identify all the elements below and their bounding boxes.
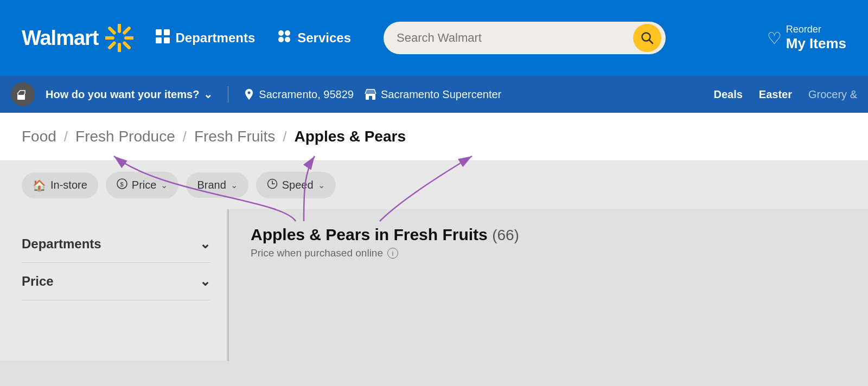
svg-line-17 <box>649 40 653 44</box>
svg-rect-8 <box>156 29 162 35</box>
departments-label: Departments <box>176 30 256 46</box>
search-icon <box>640 31 654 45</box>
svg-line-4 <box>110 28 114 33</box>
svg-text:$: $ <box>120 181 123 188</box>
breadcrumb-sep-3: / <box>283 128 286 145</box>
deals-link[interactable]: Deals <box>713 88 742 101</box>
services-icon <box>277 29 292 47</box>
speed-label: Speed <box>282 179 314 191</box>
main-area: Departments ⌄ Price ⌄ Apples & Pears in … <box>0 209 868 361</box>
svg-point-13 <box>285 30 290 36</box>
departments-sidebar-label: Departments <box>22 236 101 252</box>
filter-row: 🏠 In-store $ Price ⌄ Brand ⌄ Speed ⌄ <box>0 161 868 209</box>
store-icon <box>365 88 376 100</box>
price-sidebar-label: Price <box>22 274 54 289</box>
search-button[interactable] <box>633 24 661 52</box>
price-sidebar-section: Price ⌄ <box>22 263 210 300</box>
breadcrumb-bar: Food / Fresh Produce / Fresh Fruits / Ap… <box>0 113 868 161</box>
instore-icon: 🏠 <box>33 179 46 192</box>
svg-point-14 <box>278 37 284 42</box>
product-count: (66) <box>492 227 519 243</box>
product-heading: Apples & Pears in Fresh Fruits (66) <box>251 226 519 243</box>
search-bar <box>384 22 666 54</box>
delivery-chevron: ⌄ <box>203 88 213 101</box>
delivery-selector[interactable]: How do you want your items? ⌄ <box>46 88 213 101</box>
delivery-icon <box>11 82 35 106</box>
breadcrumb-current: Apples & Pears <box>295 128 406 145</box>
breadcrumb-sep-1: / <box>64 128 68 145</box>
price-icon: $ <box>117 178 127 192</box>
svg-point-15 <box>285 37 290 42</box>
location-text: Sacramento, 95829 <box>259 88 354 101</box>
svg-rect-22 <box>369 96 372 100</box>
departments-icon <box>155 29 170 47</box>
services-nav[interactable]: Services <box>277 29 351 47</box>
svg-line-5 <box>124 43 129 47</box>
brand-chevron-icon: ⌄ <box>231 180 238 190</box>
price-chevron-icon: ⌄ <box>161 180 168 190</box>
sub-nav-links: Deals Easter Grocery & <box>713 88 857 101</box>
price-filter[interactable]: $ Price ⌄ <box>106 172 179 198</box>
nav-divider <box>228 86 228 102</box>
breadcrumb-fresh-fruits[interactable]: Fresh Fruits <box>194 128 275 145</box>
brand-label: Brand <box>197 179 226 191</box>
product-heading-text: Apples & Pears in Fresh Fruits <box>251 226 488 243</box>
svg-point-20 <box>248 92 251 94</box>
breadcrumb: Food / Fresh Produce / Fresh Fruits / Ap… <box>22 128 846 145</box>
speed-chevron-icon: ⌄ <box>318 180 325 190</box>
departments-sidebar-section: Departments ⌄ <box>22 226 210 263</box>
walmart-logo[interactable]: Walmart <box>22 24 133 52</box>
breadcrumb-section: Food / Fresh Produce / Fresh Fruits / Ap… <box>0 113 868 161</box>
top-navigation: Walmart Departments Services <box>0 0 868 76</box>
svg-rect-9 <box>164 29 170 35</box>
breadcrumb-fresh-produce[interactable]: Fresh Produce <box>75 128 175 145</box>
price-sidebar-toggle[interactable]: Price ⌄ <box>22 274 210 289</box>
svg-point-12 <box>278 30 284 36</box>
grocery-link[interactable]: Grocery & <box>808 88 857 101</box>
product-heading-row: Apples & Pears in Fresh Fruits (66) <box>251 226 846 244</box>
price-note: Price when purchased online i <box>251 247 846 259</box>
store-display[interactable]: Sacramento Supercenter <box>365 88 501 101</box>
product-area: Apples & Pears in Fresh Fruits (66) Pric… <box>229 209 868 361</box>
location-display[interactable]: Sacramento, 95829 <box>244 88 354 101</box>
nav-right: ♡ Reorder My Items <box>767 24 846 52</box>
speed-filter[interactable]: Speed ⌄ <box>256 172 336 198</box>
departments-chevron-icon: ⌄ <box>200 236 210 252</box>
breadcrumb-food[interactable]: Food <box>22 128 56 145</box>
reorder-label: Reorder <box>786 24 821 35</box>
svg-rect-10 <box>156 37 162 43</box>
sidebar: Departments ⌄ Price ⌄ <box>0 209 228 361</box>
wishlist-icon[interactable]: ♡ <box>767 29 782 48</box>
svg-line-6 <box>124 28 129 33</box>
reorder-section[interactable]: Reorder My Items <box>786 24 846 52</box>
instore-filter[interactable]: 🏠 In-store <box>22 172 98 198</box>
price-sidebar-chevron-icon: ⌄ <box>200 274 210 289</box>
price-info-icon[interactable]: i <box>387 248 398 259</box>
delivery-label: How do you want your items? <box>46 88 199 101</box>
departments-nav[interactable]: Departments <box>155 29 256 47</box>
svg-line-7 <box>110 43 114 47</box>
store-text: Sacramento Supercenter <box>381 88 501 101</box>
brand-filter[interactable]: Brand ⌄ <box>186 172 248 198</box>
sub-navigation: How do you want your items? ⌄ Sacramento… <box>0 76 868 113</box>
spark-icon <box>105 24 133 52</box>
easter-link[interactable]: Easter <box>759 88 792 101</box>
location-icon <box>244 88 254 100</box>
search-input[interactable] <box>397 31 633 45</box>
logo-text: Walmart <box>22 27 99 50</box>
my-items-label: My Items <box>786 35 846 52</box>
breadcrumb-sep-2: / <box>183 128 187 145</box>
svg-rect-11 <box>164 37 170 43</box>
departments-sidebar-toggle[interactable]: Departments ⌄ <box>22 236 210 252</box>
price-label: Price <box>132 179 157 191</box>
speed-icon <box>267 178 278 192</box>
services-label: Services <box>297 30 351 46</box>
instore-label: In-store <box>50 179 87 191</box>
price-note-text: Price when purchased online <box>251 247 383 259</box>
